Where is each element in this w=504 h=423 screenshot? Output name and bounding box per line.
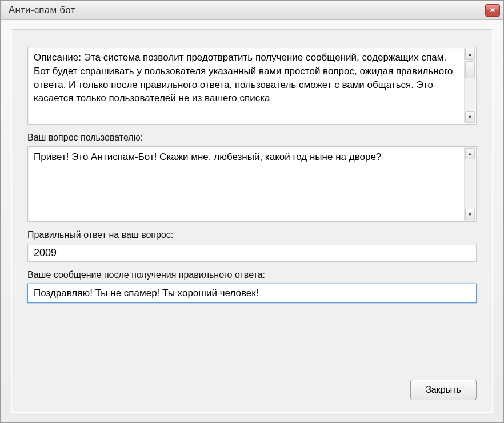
description-scrollbar[interactable]: ▲ ▼ (464, 48, 475, 123)
scroll-down-button[interactable]: ▼ (465, 111, 475, 123)
button-row: Закрыть (410, 380, 477, 400)
scroll-track[interactable] (465, 79, 475, 111)
titlebar: Анти-спам бот ✕ (1, 1, 503, 20)
question-label: Ваш вопрос пользователю: (27, 133, 477, 143)
description-text: Описание: Эта система позволит предотвра… (28, 47, 463, 124)
scroll-thumb[interactable] (465, 61, 475, 78)
dialog-window: Анти-спам бот ✕ Описание: Эта система по… (0, 0, 504, 423)
scroll-up-button[interactable]: ▲ (465, 148, 475, 159)
scroll-track[interactable] (465, 160, 475, 208)
text-cursor (259, 288, 259, 299)
close-button[interactable]: Закрыть (410, 380, 477, 400)
question-text: Привет! Это Антиспам-Бот! Скажи мне, люб… (28, 147, 463, 221)
description-textarea[interactable]: Описание: Эта система позволит предотвра… (27, 47, 477, 125)
window-close-button[interactable]: ✕ (485, 4, 500, 17)
window-title: Анти-спам бот (9, 5, 75, 16)
answer-label: Правильный ответ на ваш вопрос: (27, 230, 477, 240)
scroll-up-button[interactable]: ▲ (465, 49, 475, 60)
success-message-text: Поздравляю! Ты не спамер! Ты хороший чел… (34, 288, 258, 299)
answer-input[interactable] (27, 244, 477, 262)
question-scrollbar[interactable]: ▲ ▼ (464, 147, 475, 221)
success-message-label: Ваше сообщение после получения правильно… (27, 270, 477, 280)
inner-panel: Описание: Эта система позволит предотвра… (11, 29, 493, 413)
content-area: Описание: Эта система позволит предотвра… (1, 20, 503, 422)
success-message-input[interactable]: Поздравляю! Ты не спамер! Ты хороший чел… (27, 284, 477, 303)
scroll-down-button[interactable]: ▼ (465, 209, 475, 220)
question-textarea[interactable]: Привет! Это Антиспам-Бот! Скажи мне, люб… (27, 146, 477, 222)
close-icon: ✕ (490, 6, 495, 14)
